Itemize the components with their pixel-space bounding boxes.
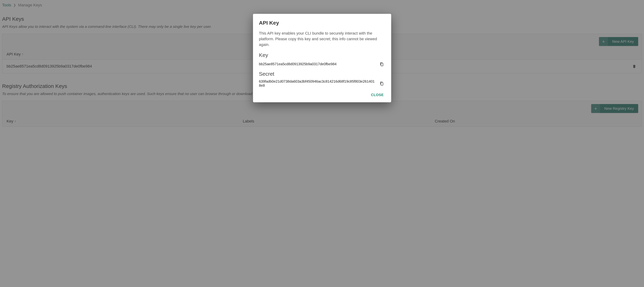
dialog-secret-heading: Secret	[259, 71, 385, 77]
svg-rect-1	[381, 83, 383, 85]
modal-overlay[interactable]: API Key This API key enables your CLI bu…	[0, 0, 644, 287]
dialog-key-heading: Key	[259, 52, 385, 58]
copy-icon	[380, 62, 384, 67]
dialog-actions: CLOSE	[259, 91, 385, 99]
dialog-title: API Key	[259, 20, 385, 26]
dialog-secret-value: 639fadb0e21d0738da603a3bf450946ac3c81421…	[259, 79, 375, 88]
dialog-key-row: bb25ae8571ea5cd8d0913925b9a0317de0fbe984	[259, 61, 385, 68]
api-key-dialog: API Key This API key enables your CLI bu…	[253, 14, 391, 102]
svg-rect-0	[381, 63, 383, 66]
copy-key-button[interactable]	[378, 61, 385, 68]
dialog-key-value: bb25ae8571ea5cd8d0913925b9a0317de0fbe984	[259, 62, 375, 66]
dialog-description: This API key enables your CLI bundle to …	[259, 31, 385, 48]
dialog-secret-row: 639fadb0e21d0738da603a3bf450946ac3c81421…	[259, 79, 385, 88]
close-button[interactable]: CLOSE	[370, 91, 385, 99]
copy-icon	[380, 81, 384, 86]
copy-secret-button[interactable]	[378, 80, 385, 87]
